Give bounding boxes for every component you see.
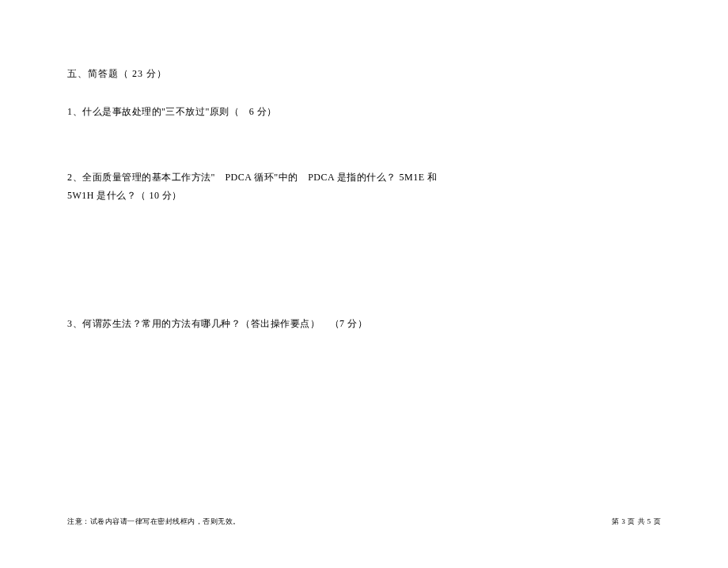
question-2: 2、全面质量管理的基本工作方法" PDCA 循环"中的 PDCA 是指的什么？ … [67, 169, 661, 205]
question-2-line2: 5W1H 是什么？（ 10 分） [67, 187, 661, 205]
footer-note: 注意：试卷内容请一律写在密封线框内，否则无效。 [67, 517, 241, 527]
question-1: 1、什么是事故处理的"三不放过"原则（ 6 分） [67, 103, 661, 121]
page-number: 第 3 页 共 5 页 [612, 517, 661, 527]
section-title: 五、简答题（ 23 分） [67, 67, 661, 81]
page-footer: 注意：试卷内容请一律写在密封线框内，否则无效。 第 3 页 共 5 页 [0, 517, 728, 527]
question-2-line1: 2、全面质量管理的基本工作方法" PDCA 循环"中的 PDCA 是指的什么？ … [67, 169, 661, 187]
question-3: 3、何谓苏生法？常用的方法有哪几种？（答出操作要点） （7 分） [67, 315, 661, 333]
document-content: 五、简答题（ 23 分） 1、什么是事故处理的"三不放过"原则（ 6 分） 2、… [0, 0, 728, 333]
